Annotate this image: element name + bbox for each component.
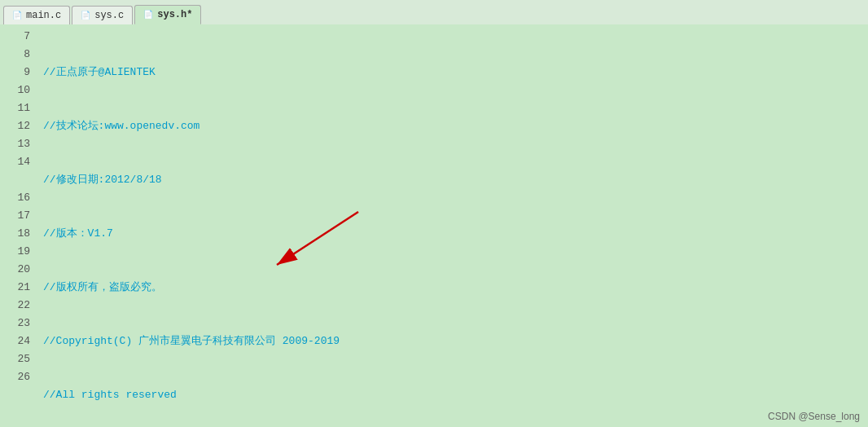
line-num-19: 19	[0, 243, 30, 261]
code-line-8: //技术论坛:www.openedv.com	[43, 117, 868, 135]
file-icon-sys-c: 📄	[81, 11, 90, 20]
file-icon-main: 📄	[12, 11, 22, 20]
tab-label-sys-h: sys.h*	[157, 9, 192, 20]
line-numbers: 7 8 9 10 11 12 13 14 16 17 18 19 20 21 2…	[0, 24, 37, 427]
tab-label-sys-c: sys.c	[94, 10, 124, 21]
line-num-16: 16	[0, 189, 30, 207]
line-num-18: 18	[0, 225, 30, 243]
line-num-20: 20	[0, 261, 30, 279]
line-num-17: 17	[0, 207, 30, 225]
line-num-13: 13	[0, 135, 30, 153]
tab-label-main: main.c	[26, 10, 61, 21]
line-num-25: 25	[0, 350, 30, 368]
line-num-7: 7	[0, 28, 30, 46]
line-num-12: 12	[0, 117, 30, 135]
line-num-9: 9	[0, 64, 30, 81]
code-line-11: //版权所有，盗版必究。	[43, 279, 868, 297]
line-num-22: 22	[0, 297, 30, 315]
tab-sys-h[interactable]: 📄 sys.h*	[134, 5, 201, 24]
tab-bar: 📄 main.c 📄 sys.c 📄 sys.h*	[0, 0, 868, 24]
tab-main-c[interactable]: 📄 main.c	[3, 6, 70, 24]
line-num-11: 11	[0, 99, 30, 117]
tab-sys-c[interactable]: 📄 sys.c	[72, 6, 133, 24]
code-line-7: //正点原子@ALIENTEK	[43, 64, 868, 81]
code-content: //正点原子@ALIENTEK //技术论坛:www.openedv.com /…	[37, 24, 868, 427]
line-num-14: 14	[0, 153, 30, 171]
editor-container: 📄 main.c 📄 sys.c 📄 sys.h* 7 8 9 10 11 12…	[0, 0, 868, 427]
line-num-21: 21	[0, 279, 30, 297]
watermark: CSDN @Sense_long	[768, 411, 860, 422]
code-line-12: //Copyright(C) 广州市星翼电子科技有限公司 2009-2019	[43, 332, 868, 350]
line-num-10: 10	[0, 81, 30, 99]
line-num-26: 26	[0, 368, 30, 386]
code-line-9: //修改日期:2012/8/18	[43, 171, 868, 189]
line-num-24: 24	[0, 332, 30, 350]
line-num-15	[0, 171, 30, 189]
code-area: 7 8 9 10 11 12 13 14 16 17 18 19 20 21 2…	[0, 24, 868, 427]
code-line-13: //All rights reserved	[43, 386, 868, 404]
code-line-10: //版本：V1.7	[43, 225, 868, 243]
file-icon-sys-h: 📄	[143, 10, 153, 20]
line-num-8: 8	[0, 46, 30, 64]
line-num-23: 23	[0, 315, 30, 332]
